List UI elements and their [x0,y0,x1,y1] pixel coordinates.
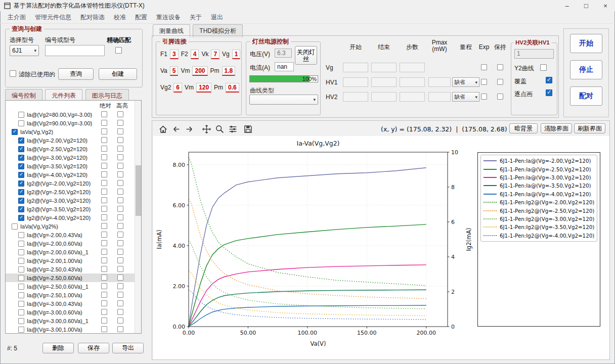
create-button[interactable]: 创建 [99,68,137,80]
sweep-hv2-hold-checkbox[interactable] [497,94,503,100]
list-item[interactable]: Ia@(Vg=-3.00,0.60Va)_1 [6,316,141,325]
highlight-checkbox[interactable] [117,275,123,281]
sweep-vg-end-input[interactable] [371,63,397,72]
absolute-checkbox[interactable] [101,317,107,324]
sweep-hv2-exp-checkbox[interactable] [481,94,487,100]
menu-item-5[interactable]: 配置 [130,12,152,23]
pair-button[interactable]: 配对 [570,86,602,106]
code-input[interactable] [45,45,105,56]
zoom-icon[interactable] [214,123,225,134]
stop-button[interactable]: 停止 [570,60,602,79]
sweep-hv1-steps-input[interactable] [400,77,425,87]
absolute-checkbox[interactable] [101,257,107,263]
highlight-checkbox[interactable] [117,128,123,134]
list-item[interactable]: Ia@(Vg=-3.00,0.43Va) [6,299,141,308]
highlight-checkbox[interactable] [117,283,123,289]
absolute-checkbox[interactable] [101,283,107,289]
highlight-checkbox[interactable] [117,292,123,298]
close-button[interactable]: × [596,0,615,11]
menu-item-1[interactable]: 主介面 [3,12,30,23]
curve-type-select[interactable]: ▾ [249,95,318,105]
highlight-checkbox[interactable] [117,137,123,143]
filament-current-field[interactable]: nan [275,62,294,71]
absolute-checkbox[interactable] [101,232,107,238]
menu-item-3[interactable]: 配对筛选 [76,12,109,23]
item-checkbox[interactable] [18,146,24,152]
menu-item-6[interactable]: 重连设备 [152,12,185,23]
item-checkbox[interactable] [18,327,24,333]
filament-off-button[interactable]: 关闭灯丝 [295,46,317,65]
item-checkbox[interactable] [18,301,24,307]
highlight-checkbox[interactable] [117,240,123,246]
save-button[interactable]: 保存 [78,343,109,353]
highlight-checkbox[interactable] [117,317,123,324]
filter-used-checkbox[interactable] [10,70,16,77]
dark-background-button[interactable]: 暗背景 [509,123,538,133]
item-checkbox[interactable] [18,258,24,264]
item-checkbox[interactable] [18,189,24,195]
absolute-checkbox[interactable] [101,146,107,152]
absolute-checkbox[interactable] [101,275,107,281]
pin-value-field[interactable]: 1.8 [222,66,236,76]
list-item[interactable]: Ia@(Vg=-2.00,Vg2=120) [6,136,141,145]
exact-match-checkbox[interactable] [115,47,122,54]
item-checkbox[interactable] [18,266,24,272]
sweep-hv2-steps-input[interactable] [400,92,425,102]
highlight-checkbox[interactable] [117,120,123,126]
list-item[interactable]: Ia@(Vg=-2.00,0.43Va) [6,231,141,239]
hv2-ratio-input[interactable]: 1 [514,49,554,59]
sweep-hv2-pmax-input[interactable] [428,92,451,102]
absolute-checkbox[interactable] [101,171,107,177]
export-button[interactable]: 导出 [112,343,144,353]
pin-value-field[interactable]: 5 [170,66,179,76]
list-item[interactable]: Ig2@(Vg=-4.00,Vg2=120) [6,213,141,222]
forward-icon[interactable] [184,123,195,134]
absolute-checkbox[interactable] [101,266,107,272]
absolute-checkbox[interactable] [101,214,107,220]
list-item[interactable]: Ia@(Vg=-2.00,1.00Va) [6,256,141,265]
item-checkbox[interactable] [18,275,24,281]
sweep-hv1-hold-checkbox[interactable] [497,79,503,85]
maximize-button[interactable]: □ [577,0,596,11]
list-item[interactable]: Ig2@(Vg=-3.00,Vg2=120) [6,196,141,205]
sweep-hv2-end-input[interactable] [371,92,397,102]
absolute-checkbox[interactable] [101,197,107,203]
highlight-checkbox[interactable] [117,154,123,160]
sweep-hv1-exp-checkbox[interactable] [481,79,487,85]
item-checkbox[interactable] [18,172,24,178]
pin-value-field[interactable]: 200 [192,66,207,76]
item-checkbox[interactable] [18,309,24,315]
highlight-checkbox[interactable] [117,223,123,229]
item-checkbox[interactable] [18,180,24,187]
item-checkbox[interactable] [18,198,24,204]
item-checkbox[interactable] [18,318,24,324]
list-item[interactable]: Ig2@(Vg=-2.00,Vg2=120) [6,179,141,188]
sweep-hv2-range-select[interactable]: 缺省▾ [452,92,479,102]
menu-item-4[interactable]: 校准 [109,12,130,23]
sweep-vg-steps-input[interactable] [400,63,425,72]
list-item[interactable]: IaVa(Vg,Vg2%) [6,222,141,231]
absolute-checkbox[interactable] [101,223,107,229]
absolute-checkbox[interactable] [101,137,107,143]
absolute-checkbox[interactable] [101,154,107,160]
item-checkbox[interactable] [18,206,24,212]
highlight-checkbox[interactable] [117,266,123,272]
list-item[interactable]: Ia@(Vg=-2.50,Vg2=120) [6,145,141,153]
menu-item-7[interactable]: 关于 [185,12,206,23]
list-item[interactable]: Ia@(Vg2=90.00,Vg=-3.00) [6,119,141,127]
list-item[interactable]: Ia@(Vg=-3.00,0.60Va) [6,308,141,316]
highlight-checkbox[interactable] [117,300,123,306]
absolute-checkbox[interactable] [101,240,107,246]
back-icon[interactable] [170,123,182,134]
item-checkbox[interactable] [18,284,24,290]
absolute-checkbox[interactable] [101,326,107,332]
highlight-checkbox[interactable] [117,232,123,238]
absolute-checkbox[interactable] [101,292,107,298]
item-checkbox[interactable] [18,120,24,126]
query-button[interactable]: 查询 [58,68,94,80]
item-checkbox[interactable] [18,112,24,118]
highlight-checkbox[interactable] [117,197,123,203]
pointwise-checkbox[interactable] [546,89,552,96]
menu-item-8[interactable]: 退出 [206,12,228,23]
scrollbar-thumb[interactable] [136,165,141,216]
